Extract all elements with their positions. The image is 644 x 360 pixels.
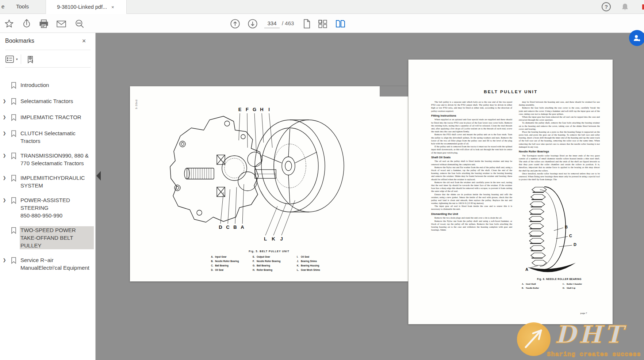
page-number-label: page 7 — [580, 312, 587, 315]
legend-entry: I.Oil Seal — [297, 255, 320, 260]
legend-entry: B.Needle Roller — [522, 287, 563, 291]
share-upload-icon[interactable] — [22, 19, 32, 29]
bookmark-item[interactable]: ❯ IMPLEMATIC TRACTOR — [0, 110, 96, 126]
bookmark-item[interactable]: ❯ Service R~air ManualElectri'cal Equipm… — [0, 253, 96, 275]
bookmark-ribbon-icon — [9, 256, 20, 265]
expand-chevron-icon[interactable]: ❯ — [0, 152, 9, 158]
callout-E: E — [238, 107, 242, 112]
bookmark-label[interactable]: IMPLEMIITICHYDRAULIC SYSTEM — [20, 174, 94, 189]
fig5-caption: Fig. 5. BELT PULLEY UNIT — [130, 250, 408, 253]
paragraph-group: may be fitted between the housing and ca… — [519, 101, 600, 181]
print-icon[interactable] — [39, 19, 49, 29]
expand-chevron-icon[interactable]: ❯ — [0, 113, 9, 120]
bookmark-label[interactable]: IMPLEMATIC TRACTOR — [20, 113, 94, 121]
chevron-down-icon[interactable]: ▾ — [16, 57, 18, 61]
paragraph: Needle Roller Bearings — [519, 150, 600, 154]
help-icon[interactable]: ? — [602, 2, 611, 11]
paragraph: Ensure that the shims are in position in… — [431, 193, 512, 205]
expand-chevron-icon[interactable]: ❯ — [0, 129, 9, 136]
legend-entry: D.Oil Seal — [211, 269, 253, 273]
fig5-legend: A.Input Gear B.Needle Roller Bearing C.B… — [211, 255, 320, 273]
page-total-label: / 463 — [282, 20, 294, 26]
legend-entry: A.Steel Shell — [522, 283, 563, 287]
pdf-toolbar: 334 / 463 — [0, 14, 644, 33]
paragraph: Remove the PTO shaft cover and mount the… — [431, 133, 512, 145]
paragraph: Remove the Nyloc nut and flat washer fro… — [431, 166, 512, 181]
tab-tools[interactable]: Tools — [14, 3, 31, 10]
bookmark-item[interactable]: ❯ POWER-ASSISTED STEERING 850-880-950-99… — [0, 193, 96, 223]
expand-chevron-icon[interactable]: ❯ — [0, 256, 9, 262]
thumbnails-view-icon[interactable] — [318, 19, 328, 29]
needle-roller-bearing-figure: B C D A — [519, 185, 600, 277]
bookmark-label[interactable]: Introduction — [20, 81, 94, 89]
bookmarks-panel: Bookmarks × ▾ Introduction — [0, 33, 96, 360]
locate-current-bookmark-icon[interactable] — [26, 55, 35, 64]
bookmark-item[interactable]: ❯ CLUTCH Selectamatic Tractors — [0, 126, 96, 148]
bookmark-label[interactable]: POWER-ASSISTED STEERING 850-880-950-990 — [20, 196, 94, 219]
bookmark-label[interactable]: TRANSMISSION990, 880 & 770 Selectamatic … — [20, 152, 94, 167]
tab-partial-left[interactable]: e — [1, 3, 4, 10]
clipped-browser-icon — [642, 4, 644, 10]
bookmark-ribbon-icon — [9, 129, 20, 139]
legend-entry: F.Needle Roller Bearing — [253, 260, 297, 264]
expand-chevron-icon[interactable]: ❯ — [0, 196, 9, 202]
paragraph: Remove the old seal from the retainer an… — [431, 181, 512, 193]
bookmark-ribbon-icon — [9, 226, 20, 235]
paragraph: Place the bearing housing on a press so … — [519, 130, 600, 148]
paragraph: If the pulley unit is removed from the t… — [431, 145, 512, 154]
legend-entry: J.Bearing Shims — [297, 260, 320, 264]
callout-J: J — [280, 236, 283, 242]
legend-entry: E.Output Gear — [253, 255, 297, 260]
fig6-legend: A.Steel Shell B.Needle Roller C.Roller C… — [519, 283, 600, 291]
favorite-star-icon[interactable] — [4, 19, 14, 29]
sidebar-collapse-arrow-icon[interactable] — [96, 171, 101, 181]
page-side-note: 9-38ed — [135, 99, 138, 109]
expand-chevron-icon[interactable]: ❯ — [0, 97, 9, 103]
legend-entry: C.Ball Bearing — [211, 264, 253, 269]
bookmark-item[interactable]: ❯ IMPLEMIITICHYDRAULIC SYSTEM — [0, 171, 96, 193]
bookmark-item[interactable]: Introduction — [0, 78, 96, 94]
bookmark-label[interactable]: CLUTCH Selectamatic Tractors — [20, 129, 94, 145]
bookmarks-title: Bookmarks — [5, 38, 34, 44]
expand-chevron-icon[interactable] — [0, 81, 9, 83]
legend-entry: C.Roller Chamfer — [563, 283, 600, 287]
two-page-view-icon[interactable] — [335, 19, 345, 29]
expand-chevron-icon[interactable]: ❯ — [0, 174, 9, 180]
callout-H: H — [260, 107, 263, 112]
bookmarks-close-icon[interactable]: × — [80, 37, 88, 45]
tab-active-pdf[interactable]: 9-38100-Linked pdf... × — [46, 0, 127, 14]
pdf-page-left[interactable]: 9-38ed — [130, 86, 408, 281]
tab-close-icon[interactable]: × — [111, 4, 114, 10]
bookmark-label[interactable]: Service R~air ManualElectri'cal Equipmen… — [20, 256, 94, 272]
expand-chevron-icon[interactable] — [0, 226, 9, 228]
watermark-brand-text: DHT — [555, 320, 625, 349]
bookmark-list-options-icon[interactable] — [5, 55, 15, 64]
paragraph: Remove the four bolts attaching the rear… — [519, 106, 600, 115]
pdf-page-right[interactable]: BELT PULLEY UNIT The belt pulley is a se… — [408, 60, 613, 324]
paragraph: Remove the Nyloc nut from the pulley sha… — [431, 220, 512, 232]
paragraph: The input gear oil seal is fitted from i… — [431, 205, 512, 211]
callout-I: I — [268, 107, 270, 112]
bookmark-label[interactable]: Selectamatic Tractors — [20, 97, 94, 105]
legend-entry: A.Input Gear — [211, 255, 253, 260]
email-icon[interactable] — [56, 19, 66, 29]
add-person-button[interactable] — [629, 30, 644, 46]
legend-entry: K.Bearing Housing — [297, 264, 320, 269]
page-number-input[interactable]: 334 — [264, 19, 280, 28]
paragraph: Dismantling the Unit — [431, 212, 512, 216]
callout-D: D — [219, 224, 222, 230]
paragraph: The oil seal on the pulley shaft is fitt… — [431, 160, 512, 166]
bookmark-item[interactable]: ❯ TRANSMISSION990, 880 & 770 Selectamati… — [0, 148, 96, 171]
notification-bell-icon[interactable] — [621, 3, 629, 12]
bookmark-ribbon-icon — [9, 81, 20, 90]
page-up-icon[interactable] — [230, 19, 240, 29]
search-icon[interactable] — [74, 19, 85, 29]
callout-B: B — [233, 224, 237, 230]
page-down-icon[interactable] — [248, 19, 258, 29]
bookmark-item[interactable]: ❯ Selectamatic Tractors — [0, 94, 96, 110]
legend-entry: H.Roller Bearing — [253, 269, 297, 273]
bookmark-item[interactable]: TWO-SPEED POWER TAKE-OFFAND BELT PULLEY — [0, 223, 96, 253]
callout-K: K — [272, 236, 275, 242]
bookmark-label[interactable]: TWO-SPEED POWER TAKE-OFFAND BELT PULLEY — [20, 226, 94, 249]
single-page-view-icon[interactable] — [302, 19, 312, 29]
